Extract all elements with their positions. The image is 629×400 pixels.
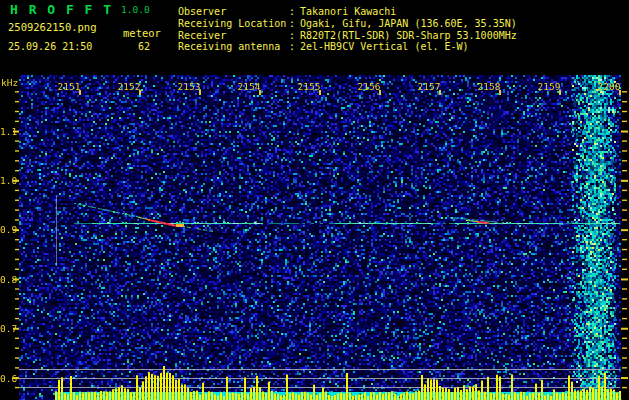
app-version: 1.0.0 bbox=[121, 4, 150, 15]
time-label-2157: 2157 bbox=[415, 81, 443, 92]
time-label-2155: 2155 bbox=[295, 81, 323, 92]
time-label-2153: 2153 bbox=[175, 81, 203, 92]
info-label: Receiving Location bbox=[178, 18, 289, 30]
info-value: R820T2(RTL-SDR) SDR-Sharp 53.1000MHz bbox=[300, 30, 517, 41]
hrofft-screen: H R O F F T 1.0.0 2509262150.png meteor … bbox=[0, 0, 629, 400]
time-label-2152: 2152 bbox=[115, 81, 143, 92]
info-colon: : bbox=[289, 6, 300, 18]
station-info: Observer:Takanori KawachiReceiving Locat… bbox=[178, 6, 517, 53]
freq-unit-label: kHz bbox=[1, 77, 18, 88]
info-value: Ogaki, Gifu, JAPAN (136.60E, 35.35N) bbox=[300, 18, 517, 29]
app-title: H R O F F T bbox=[10, 2, 113, 17]
info-row: Receiving Location:Ogaki, Gifu, JAPAN (1… bbox=[178, 18, 517, 30]
info-label: Receiving antenna bbox=[178, 41, 289, 53]
freq-label-0.9: 0.9 bbox=[0, 224, 14, 235]
freq-label-1.1: 1.1 bbox=[0, 126, 14, 137]
freq-label-0.7: 0.7 bbox=[0, 323, 14, 334]
info-colon: : bbox=[289, 18, 300, 30]
time-label-2151: 2151 bbox=[55, 81, 83, 92]
info-value: Takanori Kawachi bbox=[300, 6, 396, 17]
time-label-2154: 2154 bbox=[235, 81, 263, 92]
info-colon: : bbox=[289, 41, 300, 53]
spectrogram-canvas bbox=[0, 75, 629, 400]
freq-label-0.6: 0.6 bbox=[0, 373, 14, 384]
info-row: Observer:Takanori Kawachi bbox=[178, 6, 517, 18]
info-row: Receiving antenna:2el-HB9CV Vertical (el… bbox=[178, 41, 517, 53]
time-label-2156: 2156 bbox=[355, 81, 383, 92]
time-label-2158: 2158 bbox=[475, 81, 503, 92]
freq-label-1.0: 1.0 bbox=[0, 175, 14, 186]
info-label: Observer bbox=[178, 6, 289, 18]
info-colon: : bbox=[289, 30, 300, 42]
freq-label-0.8: 0.8 bbox=[0, 274, 14, 285]
time-label-2200: 2200 bbox=[595, 81, 623, 92]
datetime-label: 25.09.26 21:50 bbox=[8, 41, 92, 52]
mode-label: meteor bbox=[123, 27, 161, 39]
info-value: 2el-HB9CV Vertical (el. E-W) bbox=[300, 41, 469, 52]
info-label: Receiver bbox=[178, 30, 289, 42]
info-row: Receiver:R820T2(RTL-SDR) SDR-Sharp 53.10… bbox=[178, 30, 517, 42]
time-label-2159: 2159 bbox=[535, 81, 563, 92]
file-name: 2509262150.png bbox=[8, 21, 97, 33]
echo-count: 62 bbox=[138, 41, 150, 52]
